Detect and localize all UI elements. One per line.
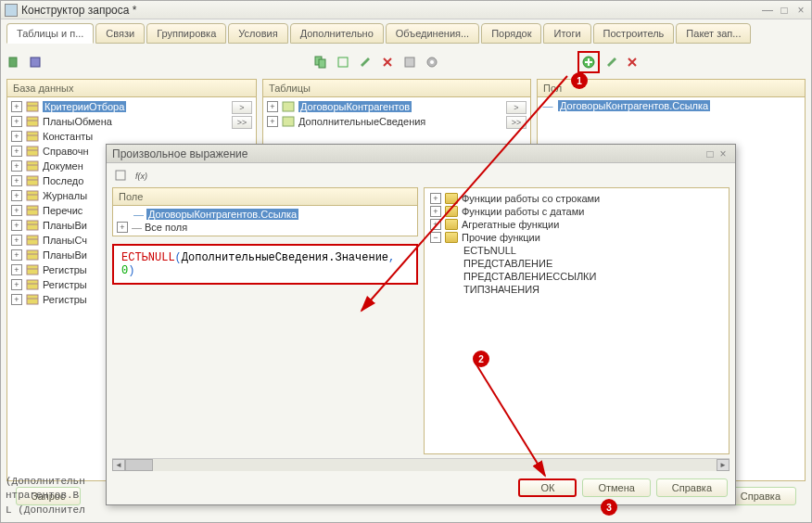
svg-text:f(x): f(x) [135, 172, 147, 181]
minimize-button[interactable]: — [761, 4, 774, 17]
tab-additional[interactable]: Дополнительно [290, 23, 384, 44]
tree-item[interactable]: +ДоговорыКонтрагентов [265, 99, 528, 114]
table-icon [26, 174, 39, 187]
svg-rect-5 [405, 57, 414, 67]
svg-rect-33 [27, 280, 38, 289]
dialog-btn-1[interactable] [112, 167, 129, 184]
svg-rect-38 [283, 117, 294, 126]
expand-icon[interactable]: + [430, 206, 441, 217]
dialog-help-button[interactable]: Справка [656, 478, 728, 497]
close-button[interactable]: × [794, 4, 807, 17]
expand-icon[interactable]: + [11, 279, 22, 290]
expand-icon[interactable]: + [11, 190, 22, 201]
scroll-right-icon[interactable]: ► [717, 459, 730, 471]
tab-conditions[interactable]: Условия [228, 23, 287, 44]
tree-item[interactable]: +Константы [9, 129, 254, 144]
dialog-fields-header: Поле [113, 188, 417, 206]
add-field-button[interactable] [580, 54, 597, 70]
svg-rect-1 [31, 57, 40, 67]
toolbar-btn-c[interactable] [401, 54, 418, 70]
horizontal-scrollbar[interactable]: ◄ ► [112, 458, 730, 471]
cancel-button[interactable]: Отмена [582, 478, 650, 497]
fx-icon[interactable]: f(x) [133, 167, 149, 184]
function-item[interactable]: ПРЕДСТАВЛЕНИЕ [428, 257, 725, 270]
tab-links[interactable]: Связи [95, 23, 145, 44]
function-item[interactable]: ТИПЗНАЧЕНИЯ [428, 283, 725, 296]
expand-icon[interactable]: + [11, 235, 22, 246]
table-icon [26, 115, 39, 128]
expand-icon[interactable]: + [11, 160, 22, 172]
svg-rect-37 [283, 102, 294, 111]
expand-icon[interactable]: + [117, 222, 128, 233]
delete-field-icon[interactable] [624, 54, 641, 70]
tree-item[interactable]: +ДополнительныеСведения [265, 114, 528, 129]
expand-icon[interactable]: + [11, 175, 22, 186]
move-right-button-2[interactable]: > [506, 101, 527, 114]
toolbar-btn-1[interactable] [6, 54, 23, 70]
move-right-all-button-2[interactable]: >> [506, 116, 527, 129]
table-icon [26, 159, 39, 172]
tree-item[interactable]: +Агрегатные функции [428, 218, 725, 231]
callout-badge-1: 1 [571, 72, 588, 89]
toolbar-btn-a[interactable] [312, 54, 329, 70]
tabs: Таблицы и п... Связи Группировка Условия… [1, 19, 811, 44]
tab-tables[interactable]: Таблицы и п... [6, 23, 94, 44]
expand-icon[interactable]: + [11, 220, 22, 231]
scroll-left-icon[interactable]: ◄ [112, 459, 125, 471]
expand-icon[interactable]: + [430, 219, 441, 230]
tab-grouping[interactable]: Группировка [146, 23, 226, 44]
expand-icon[interactable]: + [430, 193, 441, 204]
expand-icon[interactable]: + [267, 116, 278, 127]
tree-item[interactable]: — ДоговорыКонтрагентов.Ссылка [115, 208, 415, 221]
dialog-maximize-button[interactable]: □ [704, 147, 717, 160]
expand-icon[interactable]: + [11, 249, 22, 261]
tab-batch[interactable]: Пакет зап... [676, 23, 751, 44]
edit-icon[interactable] [357, 54, 374, 70]
tree-item[interactable]: −Прочие функции [428, 231, 725, 244]
tab-order[interactable]: Порядок [481, 23, 541, 44]
expand-icon[interactable]: + [11, 264, 22, 275]
move-right-button[interactable]: > [232, 101, 252, 114]
svg-rect-15 [27, 147, 38, 156]
expand-icon[interactable]: + [267, 101, 278, 112]
ok-button[interactable]: ОК [518, 478, 577, 497]
expand-icon[interactable]: + [11, 101, 22, 112]
expand-icon[interactable]: + [11, 205, 22, 216]
svg-rect-25 [27, 221, 38, 230]
dialog-fields-tree[interactable]: — ДоговорыКонтрагентов.Ссылка + — Все по… [113, 206, 417, 236]
move-right-all-button[interactable]: >> [232, 116, 252, 129]
svg-rect-13 [27, 132, 38, 141]
tab-builder[interactable]: Построитель [593, 23, 675, 44]
edit-field-icon[interactable] [603, 54, 620, 70]
code-snippet: (Дополнительн нтрагентов.В L (Дополнител [6, 475, 85, 517]
dialog-close-button[interactable]: × [717, 147, 730, 160]
tree-item[interactable]: +Функции работы со строками [428, 192, 725, 205]
maximize-button[interactable]: □ [778, 4, 791, 17]
expression-editor[interactable]: ЕСТЬNULL(ДополнительныеСведения.Значение… [112, 244, 418, 285]
toolbar-btn-b[interactable] [335, 54, 351, 70]
svg-rect-39 [116, 171, 125, 180]
expand-icon[interactable]: + [11, 131, 22, 142]
tree-item[interactable]: + — Все поля [115, 221, 415, 234]
toolbar-btn-2[interactable] [27, 54, 44, 70]
expand-icon[interactable]: + [11, 116, 22, 127]
svg-rect-19 [27, 176, 38, 185]
function-item[interactable]: ПРЕДСТАВЛЕНИЕССЫЛКИ [428, 270, 725, 283]
gear-icon[interactable] [424, 54, 440, 70]
tree-item[interactable]: +КритерииОтбора [9, 99, 254, 114]
expand-icon[interactable]: − [430, 232, 441, 243]
svg-point-7 [430, 60, 434, 64]
dialog-titlebar: Произвольное выражение □ × [107, 145, 735, 163]
tab-totals[interactable]: Итоги [543, 23, 590, 44]
tab-unions[interactable]: Объединения... [386, 23, 479, 44]
tree-item[interactable]: —ДоговорыКонтрагентов.Ссылка [539, 99, 803, 112]
tree-item[interactable]: +ПланыОбмена [9, 114, 254, 129]
tree-item[interactable]: +Функции работы с датами [428, 205, 725, 218]
scroll-thumb[interactable] [125, 459, 153, 471]
expand-icon[interactable]: + [11, 294, 22, 305]
delete-icon[interactable] [379, 54, 396, 70]
functions-tree[interactable]: +Функции работы со строками+Функции рабо… [424, 187, 730, 454]
expand-icon[interactable]: + [11, 146, 22, 157]
window-title: Конструктор запроса * [21, 4, 761, 17]
function-item[interactable]: ЕСТЬNULL [428, 244, 725, 257]
